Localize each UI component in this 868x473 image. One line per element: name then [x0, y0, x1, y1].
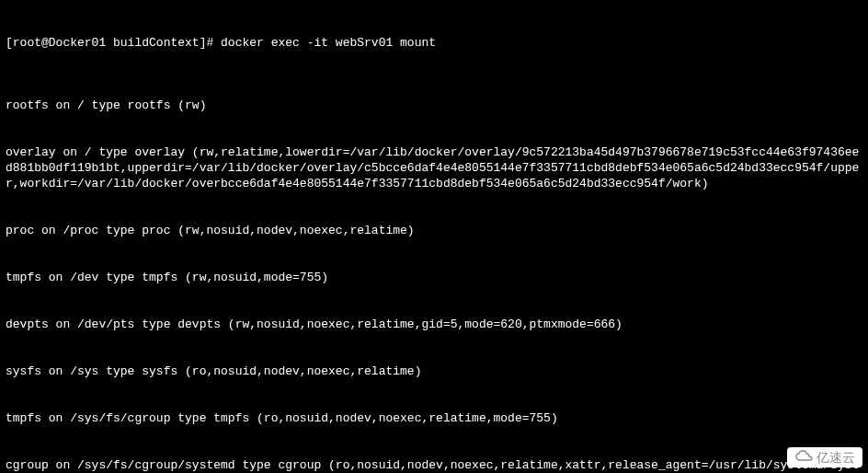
mount-line: tmpfs on /dev type tmpfs (rw,nosuid,mode…: [6, 270, 862, 285]
shell-prompt-line: [root@Docker01 buildContext]# docker exe…: [6, 35, 862, 51]
watermark-badge: 亿速云: [787, 447, 862, 467]
mount-line: proc on /proc type proc (rw,nosuid,nodev…: [6, 223, 862, 238]
mount-line: sysfs on /sys type sysfs (ro,nosuid,node…: [6, 363, 862, 379]
mount-line: overlay on / type overlay (rw,relatime,l…: [6, 144, 862, 191]
mount-line: cgroup on /sys/fs/cgroup/systemd type cg…: [6, 457, 862, 473]
mount-line: rootfs on / type rootfs (rw): [6, 98, 862, 113]
mount-line: tmpfs on /sys/fs/cgroup type tmpfs (ro,n…: [6, 410, 862, 426]
mount-line: devpts on /dev/pts type devpts (rw,nosui…: [6, 317, 862, 332]
watermark-text: 亿速云: [817, 450, 855, 466]
cloud-icon: [794, 449, 813, 466]
terminal-output[interactable]: [root@Docker01 buildContext]# docker exe…: [0, 0, 868, 473]
